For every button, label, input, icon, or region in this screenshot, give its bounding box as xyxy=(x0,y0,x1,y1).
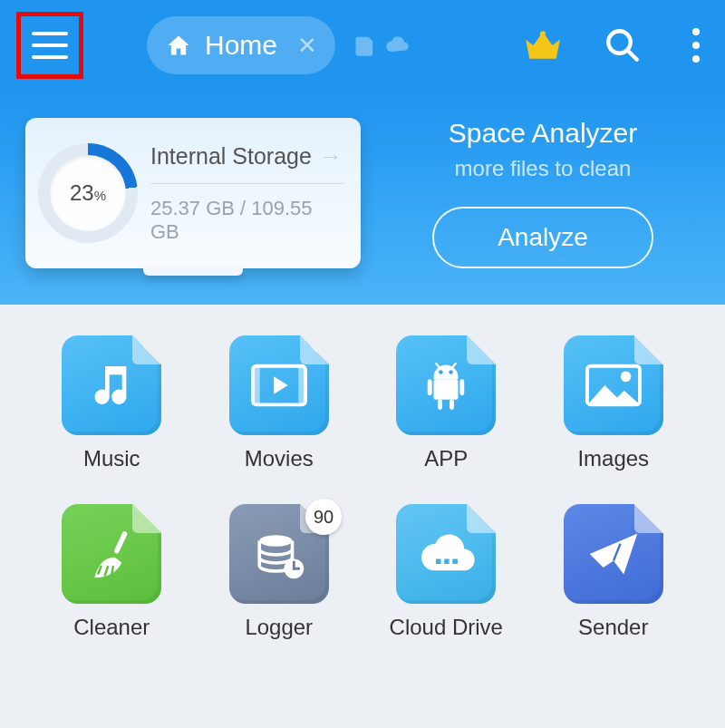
app-root: Home ✕ 23% xyxy=(0,0,725,728)
tile-cloud-drive[interactable]: Cloud Drive xyxy=(367,504,526,640)
analyze-button[interactable]: Analyze xyxy=(432,207,653,268)
tile-label: Sender xyxy=(578,615,648,640)
android-icon xyxy=(396,335,496,435)
tile-label: Images xyxy=(577,446,649,471)
svg-rect-18 xyxy=(113,530,128,554)
svg-point-17 xyxy=(621,372,632,383)
broom-icon xyxy=(62,504,161,604)
svg-rect-4 xyxy=(253,366,260,405)
send-icon xyxy=(564,504,663,604)
movies-icon xyxy=(229,335,329,435)
svg-rect-5 xyxy=(298,366,305,405)
svg-rect-10 xyxy=(438,400,442,410)
analyzer-subtitle: more files to clean xyxy=(455,156,632,181)
tab-close-icon[interactable]: ✕ xyxy=(297,32,317,60)
tile-sender[interactable]: Sender xyxy=(535,504,693,640)
svg-rect-11 xyxy=(450,400,454,410)
analyzer-title: Space Analyzer xyxy=(449,118,637,149)
cloud-small-icon[interactable] xyxy=(384,33,411,58)
overflow-menu-icon[interactable] xyxy=(683,24,709,66)
image-icon xyxy=(564,335,663,435)
svg-line-15 xyxy=(452,363,457,368)
tile-label: Music xyxy=(83,446,140,471)
category-grid: Music Movies xyxy=(0,305,725,658)
storage-card[interactable]: 23% Internal Storage → 25.37 GB / 109.55… xyxy=(25,118,361,268)
storage-usage-ring: 23% xyxy=(38,143,138,243)
tile-movies[interactable]: Movies xyxy=(200,335,359,471)
hero-section: 23% Internal Storage → 25.37 GB / 109.55… xyxy=(0,91,725,305)
chevron-right-icon: → xyxy=(319,142,343,170)
tile-music[interactable]: Music xyxy=(33,335,191,471)
space-analyzer-panel: Space Analyzer more files to clean Analy… xyxy=(386,118,700,268)
search-icon[interactable] xyxy=(604,26,642,64)
tab-home-label: Home xyxy=(205,30,277,61)
home-icon xyxy=(165,33,192,58)
tile-label: APP xyxy=(424,446,468,471)
tile-logger[interactable]: 90 Logger xyxy=(200,504,359,640)
storage-percent: 23% xyxy=(70,180,106,206)
tile-images[interactable]: Images xyxy=(535,335,693,471)
svg-point-12 xyxy=(439,370,443,374)
menu-icon[interactable] xyxy=(32,32,68,59)
svg-marker-6 xyxy=(274,376,288,393)
tile-cleaner[interactable]: Cleaner xyxy=(33,504,191,640)
music-icon xyxy=(62,335,161,435)
svg-line-2 xyxy=(627,50,637,60)
tile-app[interactable]: APP xyxy=(367,335,526,471)
svg-point-13 xyxy=(450,370,454,374)
top-bar: Home ✕ xyxy=(0,0,725,91)
storage-text: Internal Storage → 25.37 GB / 109.55 GB xyxy=(150,142,344,244)
storage-usage-text: 25.37 GB / 109.55 GB xyxy=(150,197,344,244)
svg-point-0 xyxy=(540,31,546,36)
svg-rect-22 xyxy=(444,559,450,565)
menu-button-highlight xyxy=(16,12,83,79)
tile-label: Logger xyxy=(245,615,313,640)
tab-home[interactable]: Home ✕ xyxy=(147,16,335,74)
svg-rect-8 xyxy=(428,379,432,395)
storage-title: Internal Storage xyxy=(150,143,312,170)
cloud-icon xyxy=(396,504,496,604)
storage-percent-value: 23 xyxy=(70,180,94,205)
svg-rect-23 xyxy=(453,559,459,565)
logger-badge: 90 xyxy=(305,499,342,535)
svg-rect-7 xyxy=(434,379,459,400)
tab-extra-icons xyxy=(352,33,411,58)
sd-card-icon[interactable] xyxy=(352,33,379,58)
svg-line-14 xyxy=(436,363,440,368)
svg-point-19 xyxy=(259,535,292,547)
tile-label: Movies xyxy=(245,446,314,471)
storage-percent-symbol: % xyxy=(94,188,106,203)
tile-label: Cloud Drive xyxy=(390,615,503,640)
svg-rect-21 xyxy=(436,559,441,565)
svg-rect-9 xyxy=(460,379,465,395)
crown-icon[interactable] xyxy=(524,28,562,63)
tile-label: Cleaner xyxy=(73,615,150,640)
